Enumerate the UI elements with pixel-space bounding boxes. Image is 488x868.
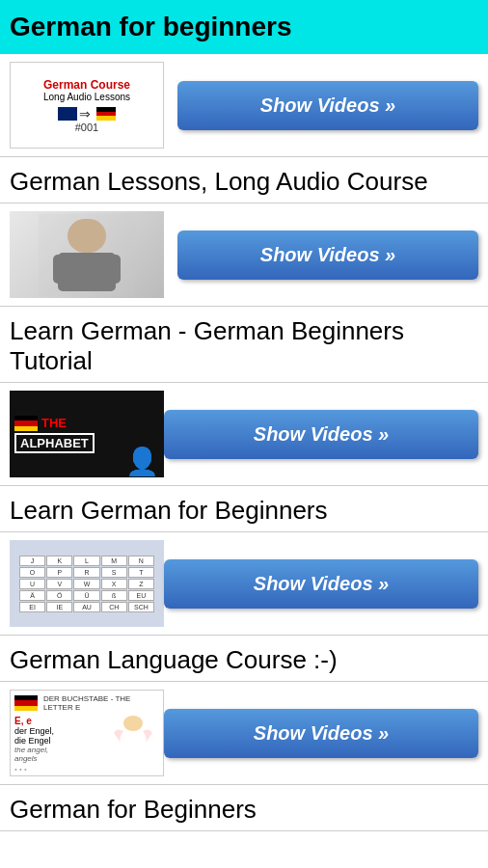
thumbnail-keyboard: J K L M N O P R S T U V W X Z Ä Ö Ü ß EU [10, 540, 164, 627]
key-9: S [101, 567, 127, 578]
flag-uk-icon: 🇬🇧 [58, 107, 77, 121]
show-videos-button-1[interactable]: Show Videos » [177, 81, 478, 130]
svg-rect-6 [128, 750, 138, 770]
key-13: W [73, 579, 99, 589]
alphabet-person-icon: 👤 [125, 446, 159, 477]
key-6: O [19, 567, 45, 578]
lesson-flag-row: DER BUCHSTABE - THE LETTER E [14, 694, 159, 712]
keyboard-grid: J K L M N O P R S T U V W X Z Ä Ö Ü ß EU [19, 556, 154, 612]
key-18: Ü [73, 590, 99, 601]
key-21: EI [19, 602, 45, 612]
section-1: German Course Long Audio Lessons 🇬🇧 ⇒ #0… [0, 54, 488, 203]
section-2: Show Videos » Learn German - German Begi… [0, 203, 488, 383]
key-17: Ö [46, 590, 72, 601]
teacher-svg [39, 214, 135, 296]
key-11: U [19, 579, 45, 589]
key-12: V [46, 579, 72, 589]
angel-svg [109, 716, 157, 773]
key-24: CH [101, 602, 127, 612]
key-8: R [73, 567, 99, 578]
show-videos-button-2[interactable]: Show Videos » [177, 231, 478, 280]
key-5: N [128, 556, 154, 566]
lesson-text-col: E, e der Engel, die Engel the angel, ang… [14, 716, 106, 773]
section-5: DER BUCHSTABE - THE LETTER E E, e der En… [0, 682, 488, 831]
key-23: AU [73, 602, 99, 612]
lesson-word-1: E, e [14, 716, 106, 726]
section-title-1: German Lessons, Long Audio Course [0, 157, 488, 203]
thumbnail-lesson: DER BUCHSTABE - THE LETTER E E, e der En… [10, 690, 164, 776]
section-row-4: J K L M N O P R S T U V W X Z Ä Ö Ü ß EU [0, 532, 488, 636]
key-25: SCH [128, 602, 154, 612]
section-title-4: German Language Course :-) [0, 636, 488, 682]
lesson-german-flag [14, 695, 38, 711]
thumbnail-course-card: German Course Long Audio Lessons 🇬🇧 ⇒ #0… [10, 62, 164, 149]
lesson-dots: • • • [14, 765, 106, 773]
svg-rect-4 [39, 214, 135, 296]
key-4: M [101, 556, 127, 566]
section-title-3: Learn German for Beginners [0, 486, 488, 532]
thumbnail-teacher [10, 211, 164, 298]
section-title-2: Learn German - German Beginners Tutorial [0, 307, 488, 383]
header: German for beginners [0, 0, 488, 54]
course-card-flags: 🇬🇧 ⇒ [58, 106, 116, 122]
alphabet-label: ALPHABET [14, 433, 95, 453]
arrow-icon: ⇒ [79, 106, 95, 122]
section-3: THE ALPHABET 👤 Show Videos » Learn Germa… [0, 383, 488, 532]
section-row-5: DER BUCHSTABE - THE LETTER E E, e der En… [0, 682, 488, 785]
section-4: J K L M N O P R S T U V W X Z Ä Ö Ü ß EU [0, 532, 488, 682]
section-row-2: Show Videos » [0, 203, 488, 307]
alphabet-content: THE ALPHABET [14, 416, 95, 453]
key-19: ß [101, 590, 127, 601]
lesson-german-2: die Engel [14, 736, 106, 746]
svg-point-5 [123, 716, 143, 731]
key-22: IE [46, 602, 72, 612]
course-card-num: #001 [75, 122, 98, 133]
flag-de-icon [96, 107, 116, 121]
key-16: Ä [19, 590, 45, 601]
course-card-title: German Course [43, 78, 130, 92]
lesson-english-2: angels [14, 754, 106, 763]
section-row-1: German Course Long Audio Lessons 🇬🇧 ⇒ #0… [0, 54, 488, 157]
lesson-angel-col [106, 716, 159, 773]
key-2: K [46, 556, 72, 566]
show-videos-button-4[interactable]: Show Videos » [164, 559, 478, 609]
key-14: X [101, 579, 127, 589]
key-15: Z [128, 579, 154, 589]
lesson-subtitle: DER BUCHSTABE - THE LETTER E [43, 694, 159, 712]
alphabet-flag-row: THE [14, 416, 95, 431]
key-7: P [46, 567, 72, 578]
key-10: T [128, 567, 154, 578]
thumbnail-alphabet: THE ALPHABET 👤 [10, 391, 164, 477]
section-title-5: German for Beginners [0, 785, 488, 831]
key-3: L [73, 556, 99, 566]
lesson-english-1: the angel, [14, 746, 106, 754]
page-title: German for beginners [10, 12, 478, 42]
key-20: EU [128, 590, 154, 601]
key-1: J [19, 556, 45, 566]
german-flag-icon [14, 416, 38, 431]
section-row-3: THE ALPHABET 👤 Show Videos » [0, 383, 488, 486]
course-card-sub: Long Audio Lessons [43, 92, 130, 102]
show-videos-button-5[interactable]: Show Videos » [164, 709, 478, 758]
lesson-content-row: E, e der Engel, die Engel the angel, ang… [14, 716, 159, 773]
alphabet-the-label: THE [41, 416, 67, 430]
lesson-german-1: der Engel, [14, 726, 106, 736]
show-videos-button-3[interactable]: Show Videos » [164, 410, 478, 459]
